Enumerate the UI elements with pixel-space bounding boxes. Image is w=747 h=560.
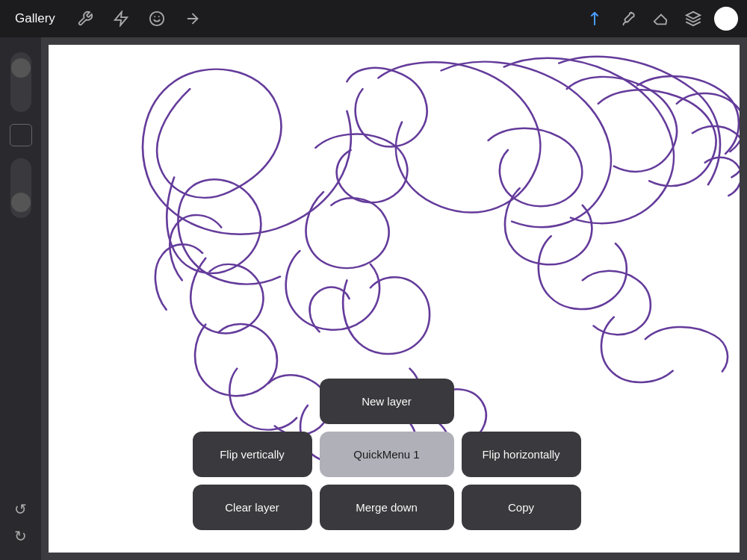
selection-icon[interactable] [145,7,169,31]
left-sidebar: ↺ ↻ [0,37,41,560]
wrench-icon[interactable] [73,7,97,31]
eraser-icon[interactable] [648,7,672,31]
toolbar-left: Gallery [9,7,205,31]
size-slider[interactable] [10,158,31,218]
transform-icon[interactable] [181,7,205,31]
opacity-thumb[interactable] [11,58,31,78]
quick-menu-button[interactable]: QuickMenu 1 [320,432,454,477]
clear-layer-button[interactable]: Clear layer [193,485,312,530]
toolbar: Gallery [0,0,747,37]
undo-button[interactable]: ↺ [14,500,27,518]
svg-marker-7 [686,12,700,19]
merge-down-button[interactable]: Merge down [320,485,454,530]
redo-button[interactable]: ↻ [14,527,27,545]
canvas-paper[interactable]: New layer Flip vertically QuickMenu 1 Fl… [49,45,740,553]
gallery-button[interactable]: Gallery [9,8,61,29]
context-menu: New layer Flip vertically QuickMenu 1 Fl… [193,379,596,530]
toolbar-right [583,7,738,31]
avatar[interactable] [714,7,738,31]
pencil-icon[interactable] [583,7,607,31]
layers-icon[interactable] [681,7,705,31]
new-layer-button[interactable]: New layer [320,379,454,424]
svg-marker-0 [115,12,128,25]
sidebar-bottom: ↺ ↻ [14,500,27,545]
canvas-area: New layer Flip vertically QuickMenu 1 Fl… [41,37,747,560]
layer-visibility-checkbox[interactable] [10,124,32,146]
size-thumb[interactable] [11,193,31,212]
modify-icon[interactable] [109,7,133,31]
flip-vertically-button[interactable]: Flip vertically [193,432,312,477]
opacity-slider[interactable] [10,52,31,112]
brush-icon[interactable] [616,7,639,31]
flip-horizontally-button[interactable]: Flip horizontally [462,432,581,477]
copy-button[interactable]: Copy [462,485,581,530]
